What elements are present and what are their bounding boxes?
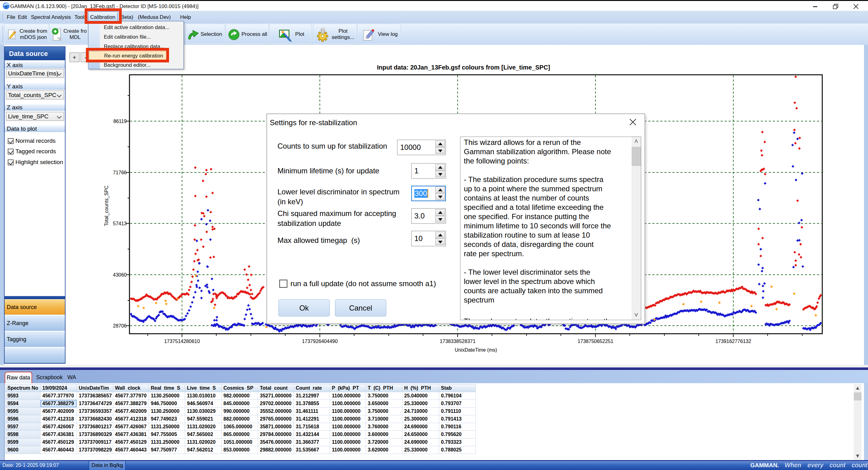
svg-text:1737926404490: 1737926404490 <box>302 339 338 344</box>
svg-text:1738338528371: 1738338528371 <box>440 339 475 344</box>
svg-text:28706: 28706 <box>113 323 127 328</box>
svg-text:UnixDateTime (ms): UnixDateTime (ms) <box>455 347 497 352</box>
svg-text:1738750652251: 1738750652251 <box>578 339 613 344</box>
svg-text:1737514280610: 1737514280610 <box>164 339 200 344</box>
svg-text:1739162776132: 1739162776132 <box>715 339 751 344</box>
svg-text:71766: 71766 <box>113 170 127 175</box>
svg-text:57413: 57413 <box>113 221 127 226</box>
svg-text:43060: 43060 <box>113 272 127 278</box>
svg-text:Total_counts_SPC: Total_counts_SPC <box>104 185 110 226</box>
svg-text:Input data: 20Jan_13Feb.gsf co: Input data: 20Jan_13Feb.gsf colours from… <box>377 64 550 71</box>
svg-text:86119: 86119 <box>114 119 127 124</box>
